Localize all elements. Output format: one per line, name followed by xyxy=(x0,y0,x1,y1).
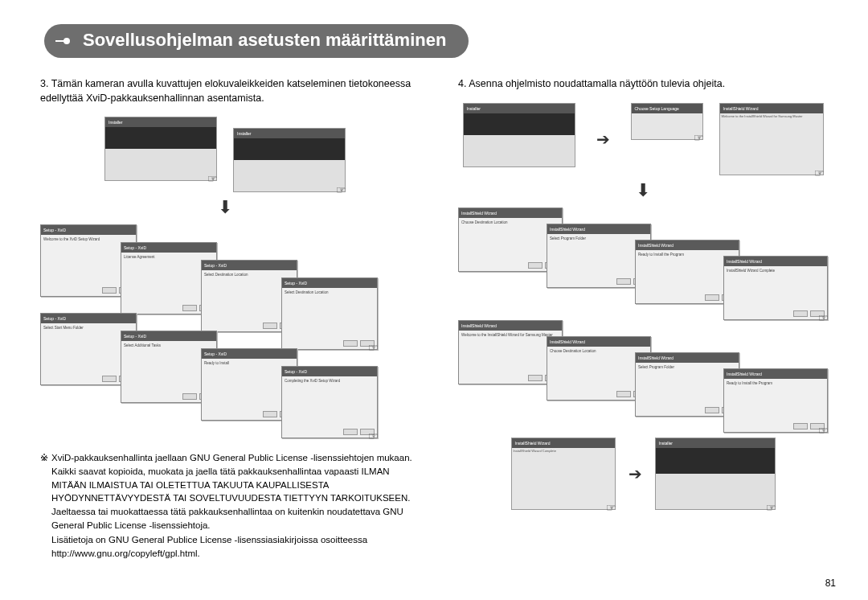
wizard-dest-loc: Setup - XviD Select Destination Location… xyxy=(281,277,378,350)
note-line-2: Lisätietoja on GNU General Publice Licen… xyxy=(40,533,418,560)
installer-thumb-final: Installer ☞ xyxy=(655,438,776,510)
step-3-text: Tämän kameran avulla kuvattujen elokuval… xyxy=(40,78,411,104)
arrow-down-icon: ⬇ xyxy=(32,197,418,218)
step-4-number: 4. xyxy=(458,78,466,89)
installshield-cascade-1: InstallShield Wizard Choose Destination … xyxy=(458,208,836,328)
is-ready-2: InstallShield Wizard Ready to Install th… xyxy=(723,368,828,433)
arrow-right-icon: ➔ xyxy=(628,464,642,483)
step-4: 4. Asenna ohjelmisto noudattamalla näytt… xyxy=(450,77,836,92)
hand-icon: ☞ xyxy=(606,501,616,514)
is-complete-1: InstallShield Wizard InstallShield Wizar… xyxy=(723,256,828,320)
step-3-number: 3. xyxy=(40,78,48,89)
arrow-right-icon: ➔ xyxy=(596,129,610,149)
hand-icon: ☞ xyxy=(336,183,346,196)
xvid-wizard-cascade: Setup - XviD Welcome to the XviD Setup W… xyxy=(40,224,418,434)
step-4-text: Asenna ohjelmisto noudattamalla näyttöön… xyxy=(469,78,725,89)
note-line-1: XviD-pakkauksenhallinta jaellaan GNU Gen… xyxy=(51,451,418,532)
installshield-cascade-2: InstallShield Wizard Welcome to the Inst… xyxy=(458,320,836,425)
wizard-complete: Setup - XviD Completing the XviD Setup W… xyxy=(281,366,378,438)
right-column: 4. Asenna ohjelmisto noudattamalla näytt… xyxy=(450,77,836,560)
hand-icon: ☞ xyxy=(694,131,704,144)
arrow-down-icon: ⬇ xyxy=(450,180,836,201)
installer-thumb-2: Installer ☞ xyxy=(233,128,346,192)
installer-thumb-1: Installer ☞ xyxy=(104,117,217,181)
page-title: Sovellusohjelman asetusten määrittäminen xyxy=(44,24,469,58)
installer-thumb-3: Installer xyxy=(463,103,575,167)
lang-dialog: Choose Setup Language ☞ xyxy=(631,103,703,140)
hand-icon: ☞ xyxy=(766,501,776,514)
license-notes: ※ XviD-pakkauksenhallinta jaellaan GNU G… xyxy=(32,451,418,560)
hand-icon: ☞ xyxy=(368,341,379,354)
installshield-complete: InstallShield Wizard InstallShield Wizar… xyxy=(511,438,616,510)
installshield-welcome: InstallShield Wizard Welcome to the Inst… xyxy=(719,103,824,175)
hand-icon: ☞ xyxy=(818,424,829,437)
page-number: 81 xyxy=(825,577,836,589)
hand-icon: ☞ xyxy=(368,429,379,442)
left-column: 3. Tämän kameran avulla kuvattujen eloku… xyxy=(32,77,418,560)
hand-icon: ☞ xyxy=(814,166,825,179)
note-symbol: ※ xyxy=(40,451,51,532)
step-3: 3. Tämän kameran avulla kuvattujen eloku… xyxy=(32,77,418,105)
hand-icon: ☞ xyxy=(207,172,218,185)
